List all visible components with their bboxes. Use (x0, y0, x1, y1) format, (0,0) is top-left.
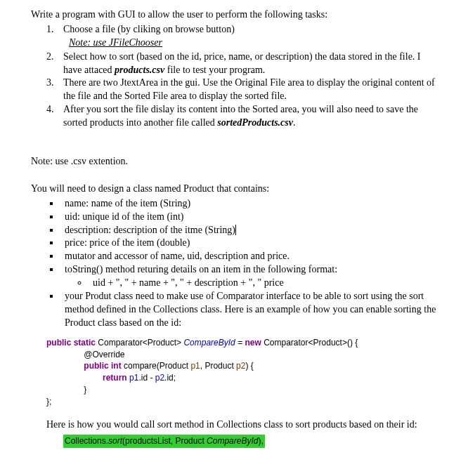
tostring-format: uid + ", " + name + ", " + description +… (89, 277, 437, 290)
param-p1: p1 (190, 361, 200, 371)
field-name: name: name of the item (String) (60, 197, 437, 211)
p2-obj: p2 (155, 373, 164, 383)
intro-text: Write a program with GUI to allow the us… (31, 8, 437, 22)
task-2-text-b: file to test your program. (164, 65, 265, 75)
code-example: public static Comparator<Product> Compar… (46, 337, 437, 408)
highlighted-call-wrapper: Collections.sort(productsList, Product C… (31, 433, 437, 448)
field-tostring: toString() method returing details on an… (60, 263, 437, 290)
task-item-3: There are two JtextArea in the gui. Use … (56, 77, 437, 103)
field-uid: uid: unique id of the item (int) (60, 211, 437, 224)
task-1-text: Choose a file (by cliking on browse butt… (63, 24, 235, 34)
field-mutator: mutator and accessor of name, uid, descr… (60, 250, 437, 263)
csv-note: Note: use .csv extention. (31, 155, 437, 168)
task-4-text-b: . (293, 117, 296, 128)
semicolon: ; (174, 373, 176, 383)
kw-public-static: public static (46, 338, 96, 348)
product-fields-list: name: name of the item (String) uid: uni… (31, 197, 437, 330)
sorted-products-csv: sortedProducts.csv (217, 117, 293, 128)
field-description: description: description of the itme (St… (60, 224, 437, 237)
p1-obj: p1 (127, 373, 139, 383)
close-paren: ) { (245, 361, 253, 371)
comparator-ctor: Comparator<Product>() { (261, 338, 358, 348)
type-comparator: Comparator<Product> (96, 338, 183, 348)
p2-id: .id (164, 373, 174, 383)
eq: = (235, 338, 245, 348)
call-intro: Here is how you would call sort method i… (31, 418, 437, 432)
minus: - (148, 373, 155, 383)
design-intro: You will need to design a class named Pr… (31, 183, 437, 196)
task-item-4: After you sort the file dislay its conte… (56, 103, 437, 130)
task-list: Choose a file (by cliking on browse butt… (31, 23, 437, 130)
task-item-1: Choose a file (by cliking on browse butt… (56, 23, 437, 51)
kw-public-int: public int (84, 361, 121, 371)
close-brace-inner: } (46, 385, 86, 395)
field-price: price: price of the item (double) (60, 237, 437, 250)
compare-sig: compare(Product (122, 361, 191, 371)
task-3-text: There are two JtextArea in the gui. Use … (63, 77, 435, 101)
p1-id: .id (138, 373, 148, 383)
task-item-2: Select how to sort (based on the id, pri… (56, 51, 437, 77)
text-cursor (235, 225, 236, 235)
close-brace-outer: }; (46, 397, 51, 406)
kw-return: return (103, 373, 127, 383)
products-csv: products.csv (115, 65, 164, 75)
override-line: @Override (46, 350, 125, 359)
tostring-format-list: uid + ", " + name + ", " + description +… (65, 277, 437, 290)
highlighted-call: Collections.sort(productsList, Product C… (63, 435, 265, 447)
compare-by-id: CompareById (183, 338, 235, 348)
task-1-note: Note: use JFileChooser (69, 37, 162, 50)
kw-new: new (245, 338, 261, 348)
comma-product: , Product (200, 361, 236, 371)
param-p2: p2 (236, 361, 245, 371)
field-comparator: your Produt class need to make use of Co… (60, 290, 437, 330)
